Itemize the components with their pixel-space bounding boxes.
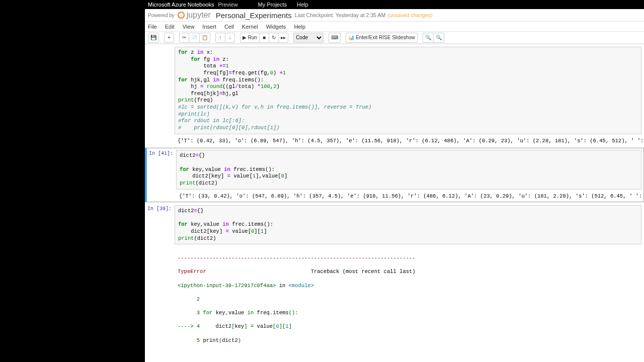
menu-view[interactable]: View bbox=[183, 24, 195, 30]
menu-file[interactable]: File bbox=[148, 24, 157, 30]
zoom-in-button[interactable]: 🔍 bbox=[433, 33, 444, 43]
interrupt-button[interactable]: ■ bbox=[259, 33, 269, 43]
cell-output: {'T': (33, 0.42), 'o': (547, 6.89), 'h':… bbox=[176, 191, 643, 202]
menu-edit[interactable]: Edit bbox=[165, 24, 175, 30]
code-input[interactable]: dict2={} for key,value in frec.items(): … bbox=[176, 150, 641, 189]
code-input[interactable]: dict2={} for key,value in frec.items(): … bbox=[175, 205, 641, 244]
toolbar: 💾 + ✂ 📄 📋 ↑ ↓ ▶ Run ■ ↻ ▸▸ Code ⌨ 📊 Ente… bbox=[145, 32, 644, 44]
menu-cell[interactable]: Cell bbox=[224, 24, 234, 30]
code-cell[interactable]: In [39]: dict2={} for key,value in frec.… bbox=[145, 203, 644, 362]
jupyter-icon bbox=[178, 12, 185, 19]
nav-my-projects[interactable]: My Projects bbox=[258, 2, 287, 8]
notebook-name[interactable]: Personal_Experiments bbox=[216, 11, 292, 20]
cut-button[interactable]: ✂ bbox=[179, 33, 189, 43]
cell-output: {'T': (0.42, 33), 'o': (6.89, 547), 'h':… bbox=[175, 136, 643, 147]
restart-run-all-button[interactable]: ▸▸ bbox=[278, 33, 288, 43]
checkpoint-status: Last Checkpoint: Yesterday at 2:35 AM bbox=[295, 12, 385, 18]
cell-prompt: In [39]: bbox=[145, 204, 175, 362]
code-input[interactable]: for z in x: for fg in z: tota +=1 freq[f… bbox=[175, 47, 641, 134]
jupyter-logo[interactable]: jupyter bbox=[178, 11, 211, 20]
menubar: File Edit View Insert Cell Kernel Widget… bbox=[145, 22, 644, 32]
menu-help[interactable]: Help bbox=[294, 24, 305, 30]
add-cell-button[interactable]: + bbox=[164, 33, 174, 43]
restart-button[interactable]: ↻ bbox=[269, 33, 279, 43]
command-palette-button[interactable]: ⌨ bbox=[329, 33, 341, 43]
powered-by-label: Powered by bbox=[148, 13, 175, 18]
code-cell[interactable]: for z in x: for fg in z: tota +=1 freq[f… bbox=[145, 45, 644, 147]
cell-prompt bbox=[145, 45, 175, 146]
error-output: ----------------------------------------… bbox=[175, 246, 643, 362]
azure-brand: Microsoft Azure Notebooks bbox=[148, 2, 214, 8]
save-button[interactable]: 💾 bbox=[148, 33, 159, 43]
copy-button[interactable]: 📄 bbox=[189, 33, 200, 43]
zoom-out-button[interactable]: 🔍 bbox=[423, 33, 434, 43]
azure-preview-badge: Preview bbox=[218, 2, 237, 8]
menu-widgets[interactable]: Widgets bbox=[266, 24, 286, 30]
celltype-select[interactable]: Code bbox=[293, 33, 324, 43]
azure-header: Microsoft Azure Notebooks Preview My Pro… bbox=[145, 0, 644, 9]
menu-insert[interactable]: Insert bbox=[202, 24, 216, 30]
cell-prompt: In [41]: bbox=[147, 148, 176, 202]
code-cell[interactable]: In [41]: dict2={} for key,value in frec.… bbox=[145, 148, 644, 202]
logo-bar: Powered by jupyter Personal_Experiments … bbox=[145, 9, 644, 22]
paste-button[interactable]: 📋 bbox=[199, 33, 210, 43]
unsaved-badge: (unsaved changes) bbox=[387, 12, 432, 18]
move-up-button[interactable]: ↑ bbox=[215, 33, 225, 43]
notebook-container: for z in x: for fg in z: tota +=1 freq[f… bbox=[145, 44, 644, 362]
move-down-button[interactable]: ↓ bbox=[225, 33, 235, 43]
rise-slideshow-button[interactable]: 📊 Enter/Exit RISE Slideshow bbox=[346, 33, 418, 43]
nav-help[interactable]: Help bbox=[297, 2, 308, 8]
menu-kernel[interactable]: Kernel bbox=[242, 24, 258, 30]
run-button[interactable]: ▶ Run bbox=[240, 33, 260, 43]
